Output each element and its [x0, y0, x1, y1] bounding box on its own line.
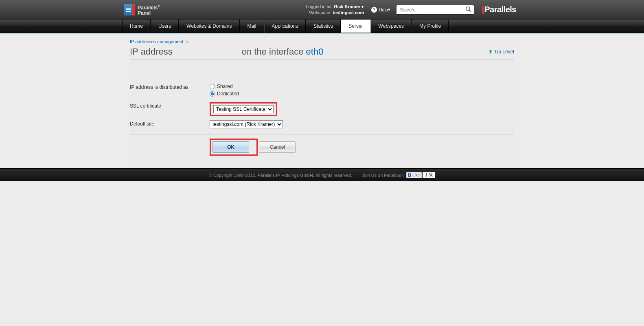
radio-dedicated[interactable]: Dedicated: [210, 91, 514, 97]
facebook-icon: f: [408, 173, 411, 177]
webspace-value: testingssl.com: [333, 10, 364, 15]
ssl-label: SSL certificate: [130, 102, 210, 109]
nav-tab-websites-domains[interactable]: Websites & Domains: [179, 20, 239, 33]
nav-tab-home[interactable]: Home: [122, 20, 151, 33]
breadcrumb: IP addresses management >: [130, 39, 514, 44]
nav-tab-webspaces[interactable]: Webspaces: [371, 20, 412, 33]
nav-tab-server[interactable]: Server: [341, 20, 370, 33]
breadcrumb-link[interactable]: IP addresses management: [130, 39, 183, 44]
ssl-highlight: Testing SSL Certificate: [210, 102, 277, 116]
page-content: IP addresses management > IP address on …: [130, 34, 514, 168]
top-header: Parallels®Panel Logged in as Rick Kramer…: [0, 0, 644, 20]
ok-highlight: OK: [210, 139, 258, 156]
radio-dedicated-input[interactable]: [210, 91, 215, 97]
user-name: Rick Kramer: [334, 4, 360, 9]
search-box: [396, 5, 474, 15]
facebook-like-count: 1.3k: [423, 172, 435, 178]
page-footer: © Copyright 1999-2012. Parallels IP Hold…: [0, 168, 644, 181]
radio-shared[interactable]: Shared: [210, 84, 514, 89]
ok-button[interactable]: OK: [212, 141, 249, 153]
user-info[interactable]: Logged in as Rick Kramer ▾ Webspace test…: [306, 4, 364, 16]
default-site-select[interactable]: testingssl.com (Rick Kramer): [210, 120, 283, 128]
webspace-label: Webspace: [309, 10, 330, 15]
button-row: OK Cancel: [130, 134, 514, 156]
nav-tab-my-profile[interactable]: My Profile: [412, 20, 449, 33]
nav-tab-mail[interactable]: Mail: [240, 20, 264, 33]
page-title: IP address: [130, 46, 173, 57]
logged-in-label: Logged in as: [306, 4, 331, 9]
facebook-text: Join Us on Facebook: [361, 173, 403, 178]
interface-name: eth0: [306, 46, 324, 57]
logo-text: Parallels®Panel: [138, 4, 160, 16]
copyright-text: © Copyright 1999-2012. Parallels IP Hold…: [209, 173, 353, 178]
ssl-certificate-select[interactable]: Testing SSL Certificate: [213, 105, 274, 113]
parallels-panel-icon: [124, 4, 135, 15]
main-nav: HomeUsersWebsites & DomainsMailApplicati…: [0, 20, 644, 33]
svg-point-0: [466, 7, 470, 11]
search-input[interactable]: [396, 5, 474, 15]
breadcrumb-sep: >: [186, 39, 188, 44]
up-level-link[interactable]: Up Level: [488, 49, 514, 55]
chevron-down-icon: ▾: [388, 7, 390, 12]
nav-tab-applications[interactable]: Applications: [264, 20, 306, 33]
nav-tab-statistics[interactable]: Statistics: [306, 20, 341, 33]
chevron-down-icon: ▾: [361, 4, 364, 9]
up-arrow-icon: [488, 49, 493, 55]
default-site-label: Default site: [130, 120, 210, 127]
facebook-like-button[interactable]: fLike: [406, 172, 422, 178]
page-title-row: IP address on the interface eth0 Up Leve…: [130, 46, 514, 60]
search-icon[interactable]: [465, 6, 473, 13]
help-menu[interactable]: ? Help ▾: [371, 7, 390, 13]
radio-shared-input[interactable]: [210, 84, 215, 89]
logo[interactable]: Parallels®Panel: [10, 4, 160, 16]
page-subtitle: on the interface eth0: [242, 46, 324, 57]
distribution-label: IP address is distributed as: [130, 84, 210, 90]
nav-tab-users[interactable]: Users: [151, 20, 179, 33]
brand-mark: ||Parallels: [482, 5, 634, 14]
help-icon: ?: [371, 7, 377, 13]
cancel-button[interactable]: Cancel: [259, 141, 296, 153]
ip-form: IP address is distributed as Shared Dedi…: [130, 84, 514, 134]
svg-line-1: [469, 10, 471, 12]
